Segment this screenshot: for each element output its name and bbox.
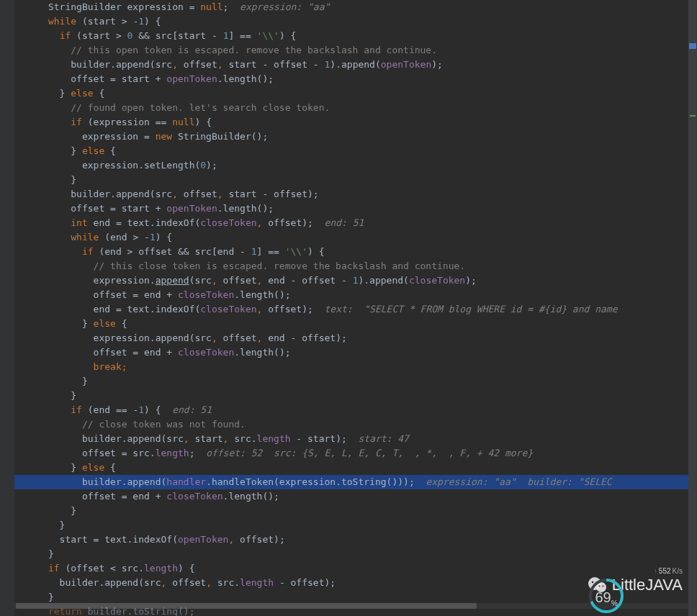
horizontal-scrollbar-thumb[interactable] (16, 603, 477, 609)
code-line: // this close token is escaped. remove t… (14, 259, 688, 273)
code-line: expression.append(src, offset, end - off… (14, 331, 688, 345)
gauge-value: 69 (595, 589, 611, 605)
code-line: } else { (14, 86, 688, 101)
code-line: } (14, 547, 688, 561)
code-line: builder.append(src, start, src.length - … (14, 432, 688, 446)
code-line: if (end > offset && src[end - 1] == '\\'… (14, 245, 688, 259)
upload-speed: 552 (659, 567, 671, 575)
code-line: while (start > -1) { (14, 14, 688, 29)
code-line: offset = end + closeToken.length(); (14, 489, 688, 504)
code-line: } (14, 504, 688, 518)
editor-marker-track[interactable] (688, 0, 697, 616)
code-line: offset = end + closeToken.length(); (14, 345, 688, 360)
code-line: offset = start + openToken.length(); (14, 72, 688, 86)
code-line: } else { (14, 144, 688, 158)
code-line: offset = src.length; offset: 52 src: {S,… (14, 446, 688, 461)
upload-arrow-icon: ↑ (654, 567, 657, 575)
code-line: } (14, 173, 688, 187)
code-line: expression.append(src, offset, end - off… (14, 273, 688, 288)
code-line: } (14, 389, 688, 403)
code-line: // this open token is escaped. remove th… (14, 43, 688, 58)
code-editor[interactable]: StringBuilder expression = null; express… (14, 0, 688, 616)
code-line: if (end == -1) { end: 51 (14, 403, 688, 417)
code-line: } else { (14, 317, 688, 331)
code-line: } (14, 518, 688, 533)
code-line: while (end > -1) { (14, 230, 688, 245)
code-line: expression.setLength(0); (14, 158, 688, 173)
code-line: // found open token. let's search close … (14, 101, 688, 115)
code-line: end = text.indexOf(closeToken, offset); … (14, 302, 688, 317)
marker-warning-icon[interactable] (689, 43, 696, 49)
marker-ok-icon[interactable] (690, 115, 696, 117)
cpu-gauge: 69% (588, 577, 625, 615)
code-line: start = text.indexOf(openToken, offset); (14, 533, 688, 547)
upload-unit: K/s (673, 567, 683, 575)
code-line: if (offset < src.length) { (14, 561, 688, 576)
code-line: if (expression == null) { (14, 115, 688, 130)
code-line: expression = new StringBuilder(); (14, 130, 688, 144)
code-line: builder.append(src, offset, start - offs… (14, 187, 688, 201)
code-line-current: builder.append(handler.handleToken(expre… (14, 475, 688, 489)
code-line: offset = end + closeToken.length(); (14, 288, 688, 302)
code-line: int end = text.indexOf(closeToken, offse… (14, 216, 688, 230)
code-line: } (14, 374, 688, 389)
code-line: builder.append(src, offset, start - offs… (14, 58, 688, 72)
code-line: if (start > 0 && src[start - 1] == '\\')… (14, 29, 688, 43)
gutter (0, 0, 14, 616)
code-line: break; (14, 360, 688, 374)
gauge-unit: % (611, 599, 618, 607)
code-line: } else { (14, 461, 688, 475)
code-line: // close token was not found. (14, 417, 688, 432)
network-speed-widget: ↑ 552 K/s (654, 567, 683, 575)
code-line: offset = start + openToken.length(); (14, 201, 688, 216)
code-line: StringBuilder expression = null; express… (14, 0, 688, 14)
